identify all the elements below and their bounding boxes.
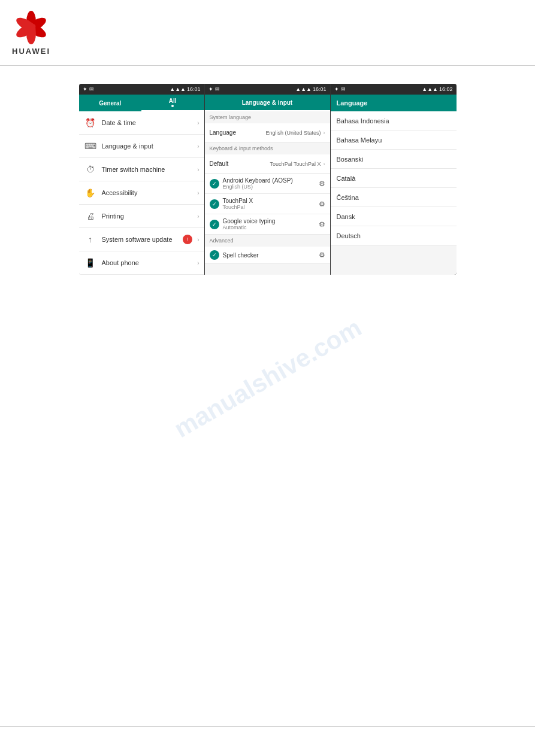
language-list-header: Language <box>331 95 457 111</box>
settings-item-update[interactable]: ↑ System software update ! › <box>79 228 204 251</box>
accessibility-label: Accessibility <box>102 189 195 196</box>
sliders-icon-touchpal[interactable]: ⚙ <box>319 200 325 208</box>
spell-checker-item[interactable]: ✓ Spell checker ⚙ <box>205 247 330 264</box>
lang-list-item-1[interactable]: Bahasa Melayu <box>331 130 457 150</box>
arrow-icon-3: › <box>197 166 199 173</box>
time-2: 16:01 <box>313 86 327 92</box>
signal-icon-2: ✦ <box>208 86 213 92</box>
screen-language-list: ✦ ✉ ▲▲▲ 16:02 Language Bahasa Indonesia … <box>331 84 457 275</box>
lang-list-item-2[interactable]: Bosanski <box>331 150 457 169</box>
sliders-icon-aosp[interactable]: ⚙ <box>319 180 325 188</box>
huawei-logo: HUAWEI <box>12 10 50 56</box>
arrow-icon-4: › <box>197 190 199 196</box>
lang-list-item-3[interactable]: Català <box>331 169 457 188</box>
sliders-icon-google[interactable]: ⚙ <box>319 220 325 229</box>
keyboard-google-voice[interactable]: ✓ Google voice typing Automatic ⚙ <box>205 214 330 235</box>
tab-indicator <box>171 105 174 107</box>
print-icon: 🖨 <box>84 210 97 223</box>
settings-item-accessibility[interactable]: ✋ Accessibility › <box>79 181 204 205</box>
status-bar-3: ✦ ✉ ▲▲▲ 16:02 <box>331 84 457 95</box>
main-content: ✦ ✉ ▲▲▲ 16:01 General All <box>0 66 535 293</box>
status-left-3: ✦ ✉ <box>334 86 346 92</box>
accessibility-icon: ✋ <box>84 186 97 199</box>
tab-bar-1: General All <box>79 95 204 111</box>
notification-icon-1: ✉ <box>89 86 94 92</box>
notification-icon-2: ✉ <box>215 86 220 92</box>
status-left-2: ✦ ✉ <box>208 86 220 92</box>
screenshots-container: ✦ ✉ ▲▲▲ 16:01 General All <box>79 84 457 275</box>
aosp-name: Android Keyboard (AOSP) <box>223 177 319 184</box>
check-google: ✓ <box>210 220 219 229</box>
google-text: Google voice typing Automatic <box>223 218 319 230</box>
settings-item-printing[interactable]: 🖨 Printing › <box>79 205 204 228</box>
keyboard-touchpal[interactable]: ✓ TouchPal X TouchPal ⚙ <box>205 194 330 214</box>
lang-list-item-6[interactable]: Deutsch <box>331 226 457 245</box>
lang-list-item-4[interactable]: Čeština <box>331 188 457 207</box>
settings-item-date-time[interactable]: ⏰ Date & time › <box>79 111 204 135</box>
screen-general: ✦ ✉ ▲▲▲ 16:01 General All <box>79 84 205 275</box>
settings-list: ⏰ Date & time › ⌨ Language & input › ⏱ T… <box>79 111 204 275</box>
lang-list-item-0[interactable]: Bahasa Indonesia <box>331 111 457 130</box>
aosp-sub: English (US) <box>223 184 319 190</box>
check-spell: ✓ <box>210 250 219 260</box>
brand-name: HUAWEI <box>12 47 50 56</box>
default-label: Default <box>210 160 270 167</box>
page-header: HUAWEI <box>0 0 535 66</box>
update-label: System software update <box>102 236 183 243</box>
status-right-3: ▲▲▲ 16:02 <box>422 86 452 92</box>
check-aosp: ✓ <box>210 179 219 189</box>
notification-icon-3: ✉ <box>341 86 346 92</box>
default-keyboard-item[interactable]: Default TouchPal TouchPal X › <box>205 154 330 174</box>
screen-language-input: ✦ ✉ ▲▲▲ 16:01 Language & input System la… <box>205 84 331 275</box>
touchpal-text: TouchPal X TouchPal <box>223 198 319 210</box>
language-input-list: System language Language English (United… <box>205 111 330 264</box>
touchpal-sub: TouchPal <box>223 204 319 210</box>
default-arrow: › <box>324 161 325 167</box>
spell-name: Spell checker <box>223 252 319 259</box>
arrow-icon-5: › <box>197 213 199 220</box>
google-name: Google voice typing <box>223 218 319 224</box>
signal-icon-1: ✦ <box>83 86 87 92</box>
aosp-text: Android Keyboard (AOSP) English (US) <box>223 177 319 190</box>
language-label: Language & input <box>102 142 195 150</box>
check-touchpal: ✓ <box>210 199 219 209</box>
touchpal-name: TouchPal X <box>223 198 319 204</box>
section-system-language: System language <box>205 111 330 123</box>
timer-label: Timer switch machine <box>102 166 195 173</box>
printing-label: Printing <box>102 212 195 220</box>
settings-item-language[interactable]: ⌨ Language & input › <box>79 135 204 158</box>
keyboard-icon: ⌨ <box>84 139 97 153</box>
date-time-label: Date & time <box>102 119 195 126</box>
settings-item-about[interactable]: 📱 About phone › <box>79 251 204 275</box>
language-list: Bahasa Indonesia Bahasa Melayu Bosanski … <box>331 111 457 245</box>
keyboard-aosp[interactable]: ✓ Android Keyboard (AOSP) English (US) ⚙ <box>205 174 330 194</box>
sliders-icon-spell[interactable]: ⚙ <box>319 251 325 259</box>
tab-language-input[interactable]: Language & input <box>205 95 330 111</box>
page-footer <box>0 726 535 744</box>
time-1: 16:01 <box>187 86 201 92</box>
time-3: 16:02 <box>439 86 453 92</box>
status-left-1: ✦ ✉ <box>83 86 94 92</box>
update-icon: ↑ <box>84 233 97 246</box>
phone-icon: 📱 <box>84 256 97 269</box>
section-advanced: Advanced <box>205 235 330 247</box>
language-item[interactable]: Language English (United States) › <box>205 123 330 142</box>
settings-item-timer[interactable]: ⏱ Timer switch machine › <box>79 158 204 181</box>
tab-general[interactable]: General <box>79 95 142 111</box>
section-keyboard: Keyboard & input methods <box>205 142 330 154</box>
arrow-icon-2: › <box>197 143 199 150</box>
google-sub: Automatic <box>223 224 319 230</box>
clock-icon: ⏰ <box>84 116 97 129</box>
update-badge: ! <box>183 235 192 244</box>
language-item-value: English (United States) <box>265 130 321 136</box>
status-right-1: ▲▲▲ 16:01 <box>170 86 200 92</box>
signal-icon-3: ✦ <box>334 86 339 92</box>
lang-list-item-5[interactable]: Dansk <box>331 207 457 226</box>
wifi-icon-2: ▲▲▲ <box>295 86 312 92</box>
timer-icon: ⏱ <box>84 163 97 176</box>
arrow-icon: › <box>197 120 199 126</box>
arrow-icon-7: › <box>197 260 199 266</box>
tab-all[interactable]: All <box>141 95 204 111</box>
status-right-2: ▲▲▲ 16:01 <box>295 86 326 92</box>
tab-bar-2: Language & input <box>205 95 330 111</box>
